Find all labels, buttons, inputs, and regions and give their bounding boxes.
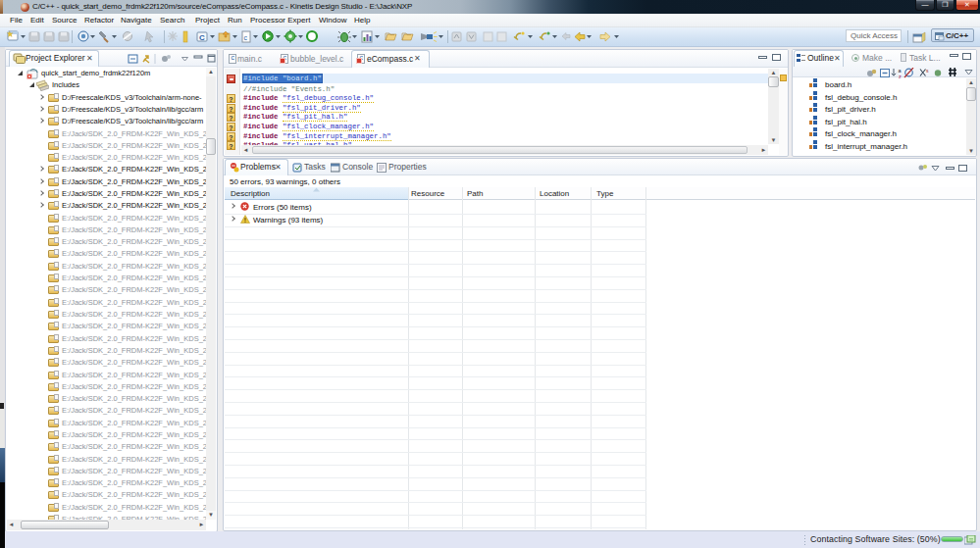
svg-text:z: z xyxy=(899,74,902,79)
svg-text:C: C xyxy=(199,33,205,42)
svg-text:c: c xyxy=(244,34,248,41)
svg-text:s: s xyxy=(926,68,929,74)
